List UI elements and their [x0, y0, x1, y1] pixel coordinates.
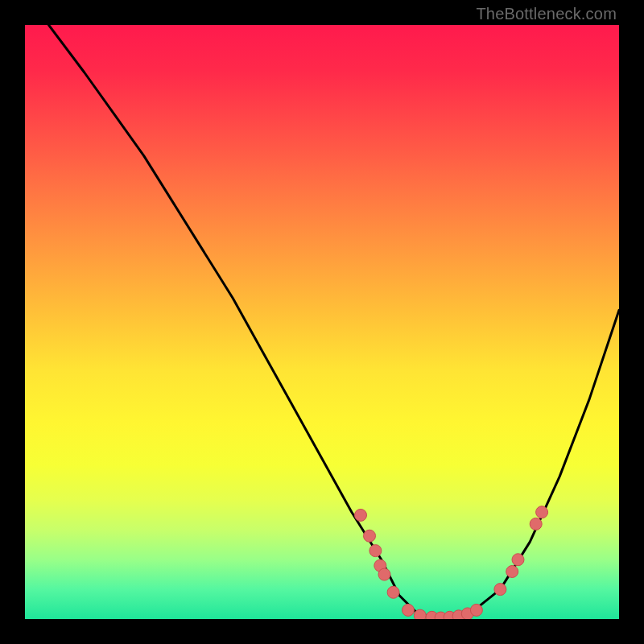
data-marker	[470, 604, 482, 616]
data-marker	[378, 568, 390, 580]
data-marker	[387, 586, 399, 598]
data-marker	[355, 509, 367, 521]
data-marker	[369, 545, 382, 557]
chart-plot-area	[25, 25, 619, 619]
data-marker	[530, 518, 542, 530]
data-marker	[494, 584, 506, 596]
data-marker	[506, 566, 518, 578]
watermark-text: TheBottleneck.com	[476, 5, 617, 23]
data-marker	[512, 554, 524, 566]
data-marker	[536, 506, 548, 518]
chart-svg	[25, 25, 619, 619]
data-marker	[364, 530, 376, 542]
data-marker	[414, 609, 426, 619]
data-marker	[402, 604, 415, 616]
